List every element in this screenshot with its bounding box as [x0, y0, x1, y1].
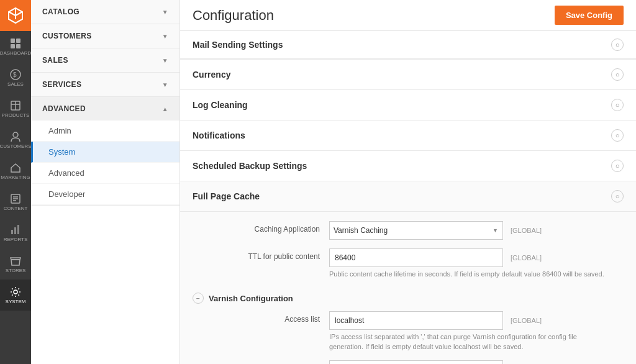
config-notifications-label: Notifications — [193, 130, 245, 140]
sidebar-catalog-label: CATALOG — [42, 7, 80, 16]
access-list-label: Access list — [193, 311, 329, 324]
config-fpc-header[interactable]: Full Page Cache ○ — [180, 181, 636, 211]
sidebar-customers-header[interactable]: CUSTOMERS ▼ — [31, 24, 179, 48]
ttl-input[interactable] — [329, 248, 503, 267]
config-section-fpc: Full Page Cache ○ Caching Application Bu… — [180, 181, 636, 364]
config-backup-header[interactable]: Scheduled Backup Settings ○ — [180, 151, 636, 181]
config-section-backup: Scheduled Backup Settings ○ — [180, 151, 636, 181]
sidebar-section-advanced: ADVANCED ▲ Admin System Advanced Develop… — [31, 97, 179, 206]
svg-rect-15 — [14, 227, 16, 234]
svg-rect-3 — [16, 44, 20, 48]
nav-products-label: PRODUCTS — [2, 113, 30, 119]
nav-marketing[interactable]: MARKETING — [0, 155, 31, 186]
config-section-notifications: Notifications ○ — [180, 121, 636, 151]
svg-point-17 — [14, 290, 17, 294]
config-section-currency: Currency ○ — [180, 60, 636, 90]
nav-system[interactable]: SYSTEM — [0, 280, 31, 311]
caching-application-select-wrap: Built-in Cache Varnish Caching — [329, 221, 503, 240]
config-section-mail: Mail Sending Settings ○ — [180, 31, 636, 60]
sidebar-item-admin[interactable]: Admin — [31, 121, 179, 142]
sidebar-sales-header[interactable]: SALES ▼ — [31, 48, 179, 72]
varnish-toggle-icon[interactable]: − — [193, 293, 204, 304]
caching-application-select[interactable]: Built-in Cache Varnish Caching — [329, 221, 503, 240]
page-title: Configuration — [193, 7, 274, 24]
sidebar-item-advanced[interactable]: Advanced — [31, 163, 179, 184]
chevron-down-icon: ▼ — [162, 9, 168, 16]
config-log-header[interactable]: Log Cleaning ○ — [180, 90, 636, 120]
svg-rect-14 — [11, 230, 13, 234]
nav-content[interactable]: CONTENT — [0, 186, 31, 217]
access-list-row: Access list [GLOBAL] IPs access list sep… — [193, 311, 624, 352]
nav-dashboard[interactable]: DASHBOARD — [0, 31, 31, 62]
left-navigation: DASHBOARD $ SALES PRODUCTS CUSTOMERS MAR… — [0, 0, 31, 364]
config-currency-header[interactable]: Currency ○ — [180, 60, 636, 89]
config-notifications-header[interactable]: Notifications ○ — [180, 121, 636, 150]
varnish-header[interactable]: − Varnish Configuration — [193, 288, 624, 311]
nav-sales[interactable]: $ SALES — [0, 62, 31, 93]
backend-host-input[interactable] — [329, 360, 503, 364]
nav-system-label: SYSTEM — [6, 299, 26, 305]
nav-marketing-label: MARKETING — [1, 175, 30, 181]
sidebar-section-catalog: CATALOG ▼ — [31, 0, 179, 24]
access-list-help: IPs access list separated with ',' that … — [329, 332, 609, 352]
config-backup-label: Scheduled Backup Settings — [193, 161, 307, 171]
main-content: Configuration Save Config Mail Sending S… — [180, 0, 636, 364]
sidebar-services-label: SERVICES — [42, 80, 81, 89]
sidebar-customers-label: CUSTOMERS — [42, 32, 92, 40]
content-area: Mail Sending Settings ○ Currency ○ Log C… — [180, 31, 636, 364]
varnish-label: Varnish Configuration — [209, 294, 293, 303]
config-log-toggle[interactable]: ○ — [611, 99, 624, 111]
nav-products[interactable]: PRODUCTS — [0, 93, 31, 124]
sidebar-section-sales: SALES ▼ — [31, 48, 179, 73]
config-log-label: Log Cleaning — [193, 100, 248, 110]
config-section-log: Log Cleaning ○ — [180, 90, 636, 121]
caching-application-control: Built-in Cache Varnish Caching [GLOBAL] — [329, 221, 624, 240]
nav-customers-label: CUSTOMERS — [0, 144, 31, 150]
config-fpc-body: Caching Application Built-in Cache Varni… — [180, 211, 636, 364]
access-list-control: [GLOBAL] IPs access list separated with … — [329, 311, 624, 352]
caching-application-global: [GLOBAL] — [511, 227, 542, 234]
nav-stores[interactable]: STORES — [0, 248, 31, 280]
ttl-help: Public content cache lifetime in seconds… — [329, 270, 609, 279]
sidebar: CATALOG ▼ CUSTOMERS ▼ SALES ▼ SERVICES ▼… — [31, 0, 180, 364]
ttl-global: [GLOBAL] — [511, 254, 542, 262]
backend-host-control: [GLOBAL] Specify backend host for config… — [329, 360, 624, 364]
config-notifications-toggle[interactable]: ○ — [611, 129, 624, 142]
sidebar-item-developer[interactable]: Developer — [31, 184, 179, 205]
nav-content-label: CONTENT — [4, 206, 28, 212]
backend-host-row: Backend host [GLOBAL] Specify backend ho… — [193, 360, 624, 364]
config-mail-toggle[interactable]: ○ — [611, 39, 624, 51]
caching-application-row: Caching Application Built-in Cache Varni… — [193, 221, 624, 240]
varnish-subsection: − Varnish Configuration Access list [GLO… — [193, 288, 624, 364]
nav-reports[interactable]: REPORTS — [0, 217, 31, 248]
sidebar-advanced-items: Admin System Advanced Developer — [31, 121, 179, 205]
access-list-input[interactable] — [329, 311, 503, 330]
page-header: Configuration Save Config — [180, 0, 636, 31]
ttl-label: TTL for public content — [193, 248, 329, 261]
svg-rect-0 — [11, 39, 15, 43]
chevron-up-icon: ▲ — [162, 106, 168, 112]
sidebar-advanced-header[interactable]: ADVANCED ▲ — [31, 97, 179, 121]
config-backup-toggle[interactable]: ○ — [611, 160, 624, 172]
ttl-control: [GLOBAL] Public content cache lifetime i… — [329, 248, 624, 279]
svg-rect-2 — [11, 44, 15, 48]
sidebar-services-header[interactable]: SERVICES ▼ — [31, 73, 179, 96]
nav-dashboard-label: DASHBOARD — [0, 51, 31, 57]
sidebar-item-system[interactable]: System — [31, 142, 179, 163]
nav-sales-label: SALES — [7, 82, 24, 88]
config-fpc-label: Full Page Cache — [193, 191, 260, 201]
sidebar-sales-label: SALES — [42, 56, 68, 65]
sidebar-catalog-header[interactable]: CATALOG ▼ — [31, 0, 179, 24]
chevron-down-icon: ▼ — [162, 81, 168, 88]
config-currency-toggle[interactable]: ○ — [611, 68, 624, 81]
nav-customers[interactable]: CUSTOMERS — [0, 124, 31, 155]
config-mail-label: Mail Sending Settings — [193, 40, 283, 50]
access-list-global: [GLOBAL] — [511, 317, 542, 324]
save-config-button[interactable]: Save Config — [555, 6, 624, 25]
config-mail-header[interactable]: Mail Sending Settings ○ — [180, 31, 636, 59]
chevron-down-icon: ▼ — [162, 33, 168, 40]
nav-stores-label: STORES — [6, 268, 26, 274]
app-logo[interactable] — [0, 0, 31, 31]
config-fpc-toggle[interactable]: ○ — [611, 190, 624, 202]
chevron-down-icon: ▼ — [162, 57, 168, 64]
